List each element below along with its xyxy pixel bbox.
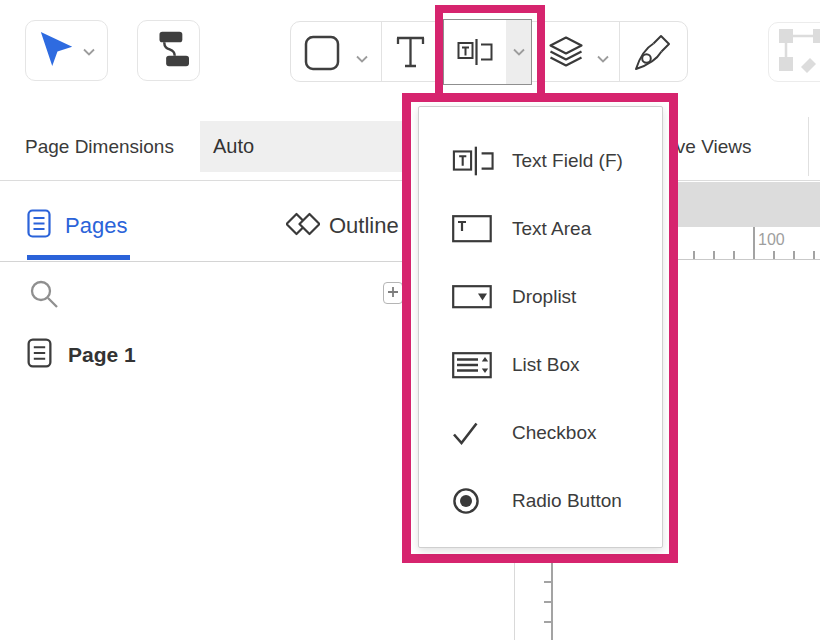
menu-item-label: Checkbox <box>512 422 597 444</box>
menu-item-text-field[interactable]: Text Field (F) <box>419 127 662 195</box>
highlight-frame-tool-button <box>435 5 545 102</box>
menu-item-label: List Box <box>512 354 580 376</box>
page-list-item[interactable]: Page 1 <box>27 338 136 372</box>
text-tool-icon[interactable] <box>395 35 427 73</box>
menu-item-label: Text Field (F) <box>512 150 623 172</box>
transform-icon <box>777 27 820 77</box>
cursor-arrow-icon <box>38 29 76 73</box>
pages-doc-icon <box>27 209 51 242</box>
droplist-icon <box>452 285 494 309</box>
tab-pages[interactable]: Pages <box>27 209 127 242</box>
tab-outline-label: Outline <box>329 213 399 239</box>
chevron-down-icon[interactable] <box>355 49 369 67</box>
search-icon[interactable] <box>29 279 59 313</box>
menu-item-droplist[interactable]: Droplist <box>419 263 662 331</box>
page-doc-icon <box>27 338 52 372</box>
page-dimensions-label: Page Dimensions <box>25 112 174 181</box>
menu-item-radio-button[interactable]: Radio Button <box>419 467 662 535</box>
toolbar-divider <box>381 22 382 81</box>
list-box-icon <box>452 352 494 379</box>
panel-divider-line <box>514 557 515 640</box>
subbar-divider <box>808 117 809 176</box>
rectangle-icon[interactable] <box>304 35 340 75</box>
menu-item-label: Text Area <box>512 218 591 240</box>
page-dimensions-dropdown[interactable]: Auto <box>200 121 430 172</box>
menu-item-label: Radio Button <box>512 490 622 512</box>
page-item-label: Page 1 <box>68 343 136 367</box>
menu-item-text-area[interactable]: Text Area <box>419 195 662 263</box>
text-area-icon <box>452 215 494 243</box>
menu-item-checkbox[interactable]: Checkbox <box>419 399 662 467</box>
transform-tool-button <box>768 22 820 82</box>
form-widgets-dropdown-menu: Text Field (F) Text Area <box>418 106 663 548</box>
chevron-down-icon[interactable] <box>596 49 610 67</box>
highlight-frame-menu: Text Field (F) Text Area <box>402 93 678 563</box>
tab-outline[interactable]: Outline <box>286 211 399 241</box>
select-tool-button[interactable] <box>25 20 108 81</box>
vertical-ruler <box>551 557 553 640</box>
layers-icon[interactable] <box>549 36 583 72</box>
outline-diamonds-icon <box>286 211 320 241</box>
active-tab-indicator <box>27 255 130 260</box>
toolbar-divider <box>619 22 620 81</box>
tab-pages-label: Pages <box>65 213 127 239</box>
checkbox-icon <box>452 421 494 446</box>
menu-item-label: Droplist <box>512 286 576 308</box>
text-field-icon <box>452 144 494 178</box>
menu-item-list-box[interactable]: List Box <box>419 331 662 399</box>
add-page-button[interactable] <box>383 282 403 304</box>
ruler-label-100: 100 <box>758 231 785 249</box>
add-page-plus-icon <box>387 284 399 302</box>
pen-icon[interactable] <box>633 34 671 76</box>
connector-tool-button[interactable] <box>137 20 200 81</box>
app-window: 100 <box>0 0 820 640</box>
radio-button-icon <box>452 487 494 515</box>
connector-icon <box>148 29 190 73</box>
chevron-down-icon[interactable] <box>82 42 96 60</box>
